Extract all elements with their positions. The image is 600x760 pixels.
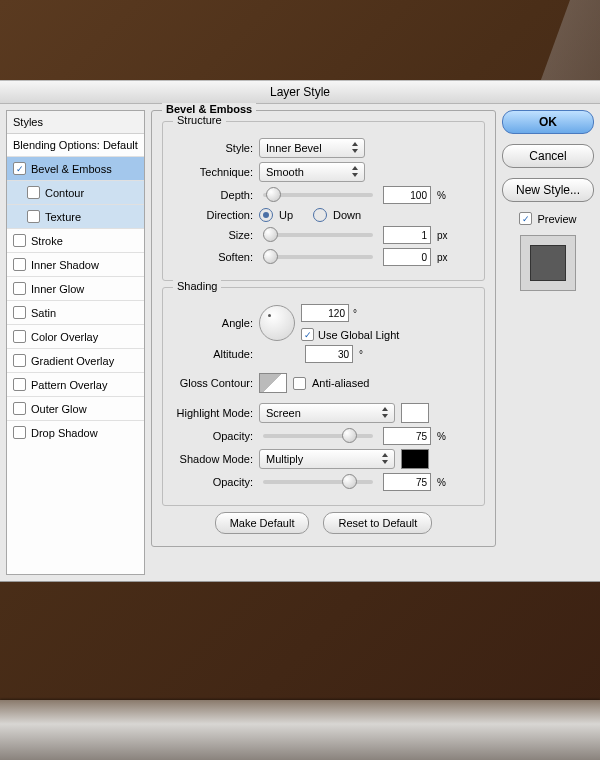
- opacity-unit: %: [437, 431, 446, 442]
- checkbox-icon[interactable]: [13, 306, 26, 319]
- checkbox-icon[interactable]: [13, 354, 26, 367]
- background-metal-bar: [0, 700, 600, 760]
- cancel-button[interactable]: Cancel: [502, 144, 594, 168]
- checkbox-icon[interactable]: [13, 258, 26, 271]
- dialog-title: Layer Style: [0, 81, 600, 104]
- default-buttons: Make Default Reset to Default: [162, 512, 485, 534]
- checkbox-icon[interactable]: [13, 282, 26, 295]
- ok-button[interactable]: OK: [502, 110, 594, 134]
- sidebar-blending-options[interactable]: Blending Options: Default: [7, 134, 144, 156]
- highlight-mode-select[interactable]: Screen: [259, 403, 395, 423]
- settings-panel: Bevel & Emboss Structure Style:Inner Bev…: [151, 110, 496, 575]
- style-select[interactable]: Inner Bevel: [259, 138, 365, 158]
- technique-label: Technique:: [173, 166, 253, 178]
- highlight-opacity-slider[interactable]: [263, 434, 373, 438]
- soften-slider[interactable]: [263, 255, 373, 259]
- new-style-button[interactable]: New Style...: [502, 178, 594, 202]
- sidebar-item-pattern-overlay[interactable]: Pattern Overlay: [7, 372, 144, 396]
- depth-unit: %: [437, 190, 446, 201]
- altitude-unit: °: [359, 349, 363, 360]
- size-input[interactable]: 1: [383, 226, 431, 244]
- styles-sidebar: Styles Blending Options: Default Bevel &…: [6, 110, 145, 575]
- sidebar-item-color-overlay[interactable]: Color Overlay: [7, 324, 144, 348]
- preview-swatch: [520, 235, 576, 291]
- preview-toggle[interactable]: Preview: [519, 212, 576, 225]
- sidebar-item-label: Bevel & Emboss: [31, 163, 112, 175]
- antialiased-checkbox[interactable]: [293, 377, 306, 390]
- angle-input[interactable]: 120: [301, 304, 349, 322]
- checkbox-icon[interactable]: [13, 426, 26, 439]
- structure-legend: Structure: [173, 114, 226, 126]
- shadow-opacity-label: Opacity:: [173, 476, 253, 488]
- sidebar-item-contour[interactable]: Contour: [7, 180, 144, 204]
- direction-down-label: Down: [333, 209, 361, 221]
- depth-slider[interactable]: [263, 193, 373, 197]
- sidebar-item-inner-glow[interactable]: Inner Glow: [7, 276, 144, 300]
- shading-legend: Shading: [173, 280, 221, 292]
- right-column: OK Cancel New Style... Preview: [502, 110, 594, 575]
- checkbox-icon[interactable]: [27, 186, 40, 199]
- angle-unit: °: [353, 308, 357, 319]
- sidebar-item-label: Gradient Overlay: [31, 355, 114, 367]
- altitude-label: Altitude:: [173, 348, 253, 360]
- checkbox-icon[interactable]: [13, 378, 26, 391]
- highlight-color-swatch[interactable]: [401, 403, 429, 423]
- highlight-opacity-input[interactable]: 75: [383, 427, 431, 445]
- checkbox-icon[interactable]: [13, 402, 26, 415]
- shadow-opacity-input[interactable]: 75: [383, 473, 431, 491]
- angle-label: Angle:: [173, 317, 253, 329]
- sidebar-item-texture[interactable]: Texture: [7, 204, 144, 228]
- highlight-opacity-label: Opacity:: [173, 430, 253, 442]
- altitude-input[interactable]: 30: [305, 345, 353, 363]
- sidebar-header[interactable]: Styles: [7, 111, 144, 134]
- sidebar-item-label: Stroke: [31, 235, 63, 247]
- soften-label: Soften:: [173, 251, 253, 263]
- shadow-mode-select[interactable]: Multiply: [259, 449, 395, 469]
- sidebar-item-drop-shadow[interactable]: Drop Shadow: [7, 420, 144, 444]
- shadow-mode-label: Shadow Mode:: [173, 453, 253, 465]
- preview-label: Preview: [537, 213, 576, 225]
- shadow-opacity-slider[interactable]: [263, 480, 373, 484]
- dialog-body: Styles Blending Options: Default Bevel &…: [0, 104, 600, 581]
- technique-select[interactable]: Smooth: [259, 162, 365, 182]
- layer-style-dialog: Layer Style Styles Blending Options: Def…: [0, 80, 600, 582]
- sidebar-item-label: Inner Shadow: [31, 259, 99, 271]
- direction-up-radio[interactable]: [259, 208, 273, 222]
- sidebar-item-label: Contour: [45, 187, 84, 199]
- gloss-contour-label: Gloss Contour:: [173, 377, 253, 389]
- direction-down-radio[interactable]: [313, 208, 327, 222]
- checkbox-icon[interactable]: [519, 212, 532, 225]
- depth-label: Depth:: [173, 189, 253, 201]
- size-label: Size:: [173, 229, 253, 241]
- sidebar-item-satin[interactable]: Satin: [7, 300, 144, 324]
- make-default-button[interactable]: Make Default: [215, 512, 310, 534]
- reset-default-button[interactable]: Reset to Default: [323, 512, 432, 534]
- sidebar-item-label: Outer Glow: [31, 403, 87, 415]
- bevel-emboss-fieldset: Bevel & Emboss Structure Style:Inner Bev…: [151, 110, 496, 547]
- sidebar-item-label: Drop Shadow: [31, 427, 98, 439]
- sidebar-item-outer-glow[interactable]: Outer Glow: [7, 396, 144, 420]
- sidebar-item-gradient-overlay[interactable]: Gradient Overlay: [7, 348, 144, 372]
- preview-inner: [530, 245, 566, 281]
- style-label: Style:: [173, 142, 253, 154]
- sidebar-item-stroke[interactable]: Stroke: [7, 228, 144, 252]
- structure-group: Structure Style:Inner Bevel Technique:Sm…: [162, 121, 485, 281]
- checkbox-icon[interactable]: [13, 330, 26, 343]
- direction-label: Direction:: [173, 209, 253, 221]
- sidebar-item-label: Pattern Overlay: [31, 379, 107, 391]
- size-slider[interactable]: [263, 233, 373, 237]
- global-light-checkbox[interactable]: [301, 328, 314, 341]
- sidebar-item-inner-shadow[interactable]: Inner Shadow: [7, 252, 144, 276]
- depth-input[interactable]: 100: [383, 186, 431, 204]
- soften-input[interactable]: 0: [383, 248, 431, 266]
- sidebar-item-bevel-emboss[interactable]: Bevel & Emboss: [7, 156, 144, 180]
- checkbox-icon[interactable]: [13, 162, 26, 175]
- angle-dial[interactable]: [259, 305, 295, 341]
- size-unit: px: [437, 230, 448, 241]
- shadow-color-swatch[interactable]: [401, 449, 429, 469]
- global-light-label: Use Global Light: [318, 329, 399, 341]
- checkbox-icon[interactable]: [27, 210, 40, 223]
- gloss-contour-picker[interactable]: [259, 373, 287, 393]
- checkbox-icon[interactable]: [13, 234, 26, 247]
- sidebar-item-label: Texture: [45, 211, 81, 223]
